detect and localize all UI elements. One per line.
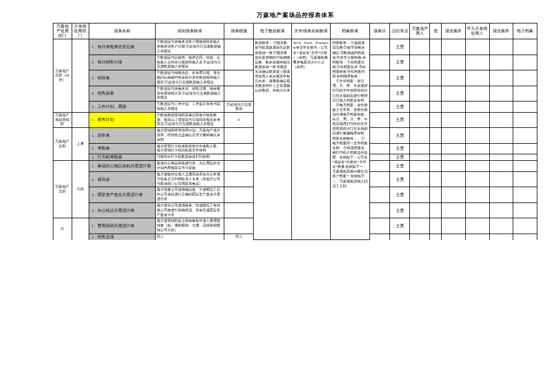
h-freq2: 报送频率 [489,23,513,39]
header-row: 万森地产使用部门 开发商使用部门 报表名称 填制报表标准 报表模版 电子数据标准… [53,23,537,39]
h-user: 万森地产用人 [410,23,430,39]
h-dept1: 万森地产使用部门 [53,23,72,39]
dept1-cell: 万森地产总部 [53,128,72,161]
h-qc: 品控专员 [390,23,410,39]
h-archive: 档案标准 [330,23,370,39]
h-efile: 电子档案 [513,23,537,39]
report-std: ①数据根据营销部及审总部会计核算数据、报表以上度据划当日返回并报送参考意见 ②必… [155,112,224,127]
h-msg: 信 [430,23,442,39]
qc-cell: 主责 [390,161,410,172]
h-dept2: 开发商使用部门 [72,23,89,39]
date-cell [370,202,390,218]
qc-cell: 主责 [390,187,410,202]
dept1-cell: 万森地产总部 [53,161,72,218]
dept1b-cell: 行政 [72,161,89,218]
report-std: ①数据应与销微信息、参加周日报、置业顾问认购签约奖金统计表中数据相符输入报表 ②… [155,70,224,86]
qc-cell: 主责 [390,102,410,113]
template-cell: ②必须当日完成数据 [224,102,254,113]
template-cell [224,55,254,70]
template-cell: 0 [224,112,254,127]
template-cell [224,154,254,161]
h-date: 报表日 [370,23,390,39]
report-std: ①数据应与来电来访客户原格相符并输入来电来访客户日报 ②必须当日完成数据输入并报… [155,39,224,55]
report-std: 同上 [155,234,224,240]
h-edata: 电子数据标准 [253,23,291,39]
report-std: 案场办公物品采购进计表、办公用品补充计划内用预算后方可采购 [155,161,224,172]
h-name: 报表名称 [89,23,155,39]
date-cell [370,143,390,154]
report-std: 每月营销部经理排班计划，万森地产项月排班，经销售总监确认后方可最终确认并存档 [155,128,224,143]
report-std: ①数据应与来电来访、销售日报、销存报表等原始统计表 ②必须当日完成数据输入并报送 [155,86,224,101]
date-cell [370,86,390,101]
dept2-cell [72,112,89,127]
report-std: ①数据应与认购书、购房合同、收据、认购单人员补录日报相符输入表 ②必须当日完成数… [155,55,224,70]
user-cell [410,39,430,55]
report-table: 万森地产使用部门 开发商使用部门 报表名称 填制报表标准 报表模版 电子数据标准… [53,23,537,240]
efile-cell [513,39,537,55]
dept2-cell [72,39,89,112]
report-std: 每月经营打卡机考勤表统计出考勤人数、每月营销打卡机的纸质文件存档 [155,143,224,154]
dept1b-cell: 人事 [72,128,89,161]
report-name: 4、办公耗品月度进计表 [89,202,155,218]
report-name: 3、销存表 [89,70,155,86]
date-cell [370,112,390,127]
date-cell [370,161,390,172]
template-cell [224,187,254,202]
dept1-cell: 万森地产项目营销部 [53,112,72,127]
template-cell [224,39,254,55]
report-name: 1、每日来电来访登记表 [89,39,155,55]
dept2-cell [72,218,89,240]
report-std: ①数据应与工作计划、工作提示等等为写实输入并报送 [155,102,224,113]
h-template: 报表模版 [224,23,254,39]
qc-cell: 主责 [390,55,410,70]
report-name: 1、费用报销月度进计表 [89,218,155,234]
date-cell [370,234,390,240]
filename-col: Word、Excel、Powerpoint等文件名称为：公司名+项目名+文件+日… [292,39,330,240]
qc-cell: 主责 [390,143,410,154]
date-cell [370,218,390,234]
report-std: 每月需核对全体人员通讯录所有办公常规与设备之后列明联系人名单（其他方公司与案场部… [155,172,224,187]
report-std: 当期导出打卡机数据保并打印存档 [155,154,224,161]
msg-cell [430,39,442,55]
template-cell [224,218,254,234]
report-name: 4、销售据表 [89,86,155,101]
report-name: 2、考勤表 [89,143,155,154]
qc-cell: 主责 [390,172,410,187]
dept1-cell: 万森地产总部（品控） [53,39,72,112]
report-name: 1、排班表 [89,128,155,143]
template-cell [224,128,254,143]
report-name: 3、固定资产盘点月度进计表 [89,187,155,202]
qc-cell: 主责 [390,218,410,234]
report-name-highlight: 1、推售计划 [89,112,155,127]
client-cell [466,39,490,55]
qc-cell: 主责 [390,154,410,161]
edata-col: 数据标准： ①报表数据与纸质版原始凭证数据保持一致 ②报表数据涉及货物的与实物物… [253,39,291,240]
side-month: 月 [53,218,72,240]
template-cell [224,172,254,187]
archive-col: 内容标准： ①选填填写完整 ②签字清晰并确认 ③数据或内容真实 ④发生日期准确 … [330,39,370,240]
report-std: 每月需要公司进场物品盘、可进细完工后向公司项目进行正确的固定资产盘点月度进计表 [155,187,224,202]
qc-cell: 主责 [390,112,410,127]
h-filename: 文件/报表名称标准 [292,23,330,39]
h-std: 填制报表标准 [155,23,224,39]
qc-cell: 主责 [390,202,410,218]
report-std: 每月需营销部提交采购审批申请人费用报销单（如：通勤报销、交通、花销等相报销公司日… [155,218,224,234]
template-cell [224,86,254,101]
report-name: 3、打卡机考勤表 [89,154,155,161]
date-cell [370,172,390,187]
template-cell: 同上 [224,234,254,240]
date-cell [370,102,390,113]
h-client: 甲方开发商使用人 [466,23,490,39]
date-cell [370,70,390,86]
report-name: 2、每日销售日报 [89,55,155,70]
qc-cell [390,234,410,240]
report-name: 2、销售合报 [89,234,155,240]
freq1-cell [442,39,466,55]
page-title: 万森地产案场品控报表体系 [53,12,537,19]
table-row: 万森地产总部（品控） 1、每日来电来访登记表 ①数据应与来电来访客户原格相符并输… [53,39,537,55]
template-cell [224,202,254,218]
date-cell [370,154,390,161]
template-cell [224,161,254,172]
report-name: 1、案场办公物品采购月度进计表 [89,161,155,172]
h-freq1: 报送频率 [442,23,466,39]
